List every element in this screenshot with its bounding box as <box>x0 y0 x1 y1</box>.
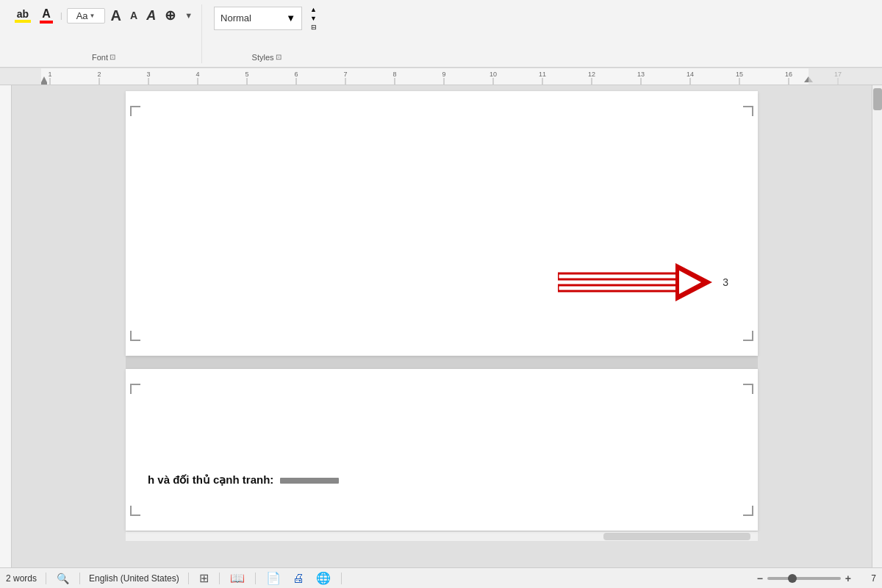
status-bar: 2 words 🔍 English (United States) ⊞ 📖 📄 … <box>0 567 882 588</box>
zoom-slider[interactable] <box>767 577 841 580</box>
font-color-bar <box>40 21 53 24</box>
web-layout-icon: 🌐 <box>316 572 331 584</box>
read-mode-button[interactable]: 📄 <box>265 570 282 587</box>
web-layout-button[interactable]: 🌐 <box>315 570 332 587</box>
scroll-area[interactable]: 3 h và đối thủ cạnh tran <box>12 85 882 588</box>
styles-arrow: ▼ <box>286 12 295 24</box>
svg-text:5: 5 <box>245 71 248 78</box>
styles-dropdown[interactable]: Normal ▼ <box>214 7 302 30</box>
page-upper: 3 <box>126 91 758 356</box>
font-color-button[interactable]: A <box>37 6 56 25</box>
status-sep-1 <box>46 573 46 584</box>
text-effects-icon: ⊕ <box>165 7 176 24</box>
horizontal-ruler: 1 2 3 4 5 6 7 8 9 10 11 12 13 14 15 16 1… <box>0 68 882 85</box>
text-effects-button[interactable]: ⊕ <box>162 6 179 25</box>
left-margin-marker <box>41 76 47 82</box>
page-icon-button[interactable]: 📖 <box>229 570 246 587</box>
svg-rect-35 <box>0 68 41 85</box>
svg-text:14: 14 <box>686 71 694 78</box>
svg-text:12: 12 <box>588 71 595 78</box>
ribbon-toolbar: ab A | Aa ▼ <box>0 0 882 68</box>
styles-group-label: Styles ⊡ <box>252 53 282 62</box>
font-label-text: Font <box>92 53 108 62</box>
status-sep-5 <box>255 573 256 584</box>
styles-expand-icon[interactable]: ⊡ <box>276 53 282 61</box>
page-lower: h và đối thủ cạnh tranh: <box>126 369 758 531</box>
word-count: 2 words <box>6 573 37 584</box>
scrollbar-thumb-v[interactable] <box>873 88 882 110</box>
highlight-color-bar <box>15 20 31 23</box>
arrow-number: 3 <box>723 276 728 288</box>
page-break-separator <box>126 356 758 369</box>
read-mode-icon: 📄 <box>266 572 281 584</box>
red-arrow-annotation: 3 <box>558 253 728 312</box>
styles-label-text: Styles <box>252 53 274 62</box>
svg-text:10: 10 <box>490 71 497 78</box>
proofing-icon: 🔍 <box>57 573 69 584</box>
app-container: ab A | Aa ▼ <box>0 0 882 588</box>
highlight-text-icon: ab <box>17 8 29 20</box>
styles-scroll-buttons: ▲ ▼ ⊟ <box>308 6 319 31</box>
shrink-font-button[interactable]: A <box>127 8 140 23</box>
corner-mark-tr-p2 <box>743 384 753 394</box>
page-icon: 📖 <box>230 572 245 584</box>
svg-text:16: 16 <box>785 71 792 78</box>
svg-text:15: 15 <box>736 71 743 78</box>
grow-font-icon: A <box>111 7 121 24</box>
proofing-button[interactable]: 🔍 <box>55 571 71 586</box>
font-group: ab A | Aa ▼ <box>6 4 202 63</box>
ruler-svg: 1 2 3 4 5 6 7 8 9 10 11 12 13 14 15 16 1… <box>0 68 882 85</box>
svg-text:7: 7 <box>343 71 347 78</box>
table-button[interactable]: ⊞ <box>198 570 210 587</box>
svg-rect-37 <box>558 273 683 279</box>
redacted-bar <box>280 478 339 484</box>
change-case-button[interactable]: Aa ▼ <box>67 8 105 24</box>
zoom-level[interactable]: 7 <box>856 573 876 584</box>
font-group-label: Font ⊡ <box>92 53 115 62</box>
svg-text:6: 6 <box>294 71 298 78</box>
document-content-area: 3 h và đối thủ cạnh tran <box>12 85 872 588</box>
language-display[interactable]: English (United States) <box>89 573 179 584</box>
corner-mark-bl-p2 <box>130 506 140 516</box>
styles-scroll-down[interactable]: ▼ <box>308 15 319 22</box>
font-options-dropdown[interactable]: ▼ <box>182 10 196 21</box>
red-arrow-svg <box>558 253 720 312</box>
styles-group: Normal ▼ ▲ ▼ ⊟ Styles ⊡ <box>202 4 331 63</box>
shrink-font-icon: A <box>130 10 137 21</box>
svg-text:3: 3 <box>146 71 150 78</box>
vertical-scrollbar[interactable] <box>872 85 882 588</box>
zoom-in-button[interactable]: + <box>844 571 853 586</box>
bottom-page-text: h và đối thủ cạnh tranh: <box>148 473 339 487</box>
svg-text:9: 9 <box>442 71 445 78</box>
corner-mark-tl-p2 <box>130 384 140 394</box>
print-layout-icon: 🖨 <box>293 572 304 584</box>
font-expand-icon[interactable]: ⊡ <box>110 53 115 61</box>
corner-mark-tr <box>743 106 753 116</box>
status-sep-6 <box>341 573 342 584</box>
zoom-bar: − + 7 <box>756 571 876 586</box>
grow-font-button[interactable]: A <box>108 6 124 26</box>
left-margin-bottom <box>41 82 47 85</box>
zoom-out-button[interactable]: − <box>756 571 764 586</box>
clear-format-button[interactable]: A <box>143 7 159 25</box>
svg-rect-36 <box>808 68 882 85</box>
page-wrapper: 3 h và đối thủ cạnh tran <box>126 91 758 582</box>
svg-rect-38 <box>558 285 683 291</box>
table-icon: ⊞ <box>199 572 209 584</box>
styles-scroll-up[interactable]: ▲ <box>308 6 319 13</box>
print-layout-button[interactable]: 🖨 <box>291 570 306 587</box>
corner-mark-br <box>743 331 753 341</box>
font-color-icon: A <box>42 7 51 21</box>
status-sep-3 <box>188 573 189 584</box>
svg-text:4: 4 <box>196 71 199 78</box>
horizontal-scrollbar[interactable] <box>126 531 758 541</box>
scrollbar-thumb-h[interactable] <box>603 533 750 540</box>
styles-expand[interactable]: ⊟ <box>308 24 319 31</box>
vertical-ruler <box>0 85 12 588</box>
highlight-text-button[interactable]: ab <box>12 7 34 24</box>
change-case-label: Aa <box>76 10 88 21</box>
corner-mark-tl <box>130 106 140 116</box>
styles-current-value: Normal <box>220 12 251 24</box>
clear-format-icon: A <box>146 8 156 24</box>
corner-mark-bl <box>130 331 140 341</box>
